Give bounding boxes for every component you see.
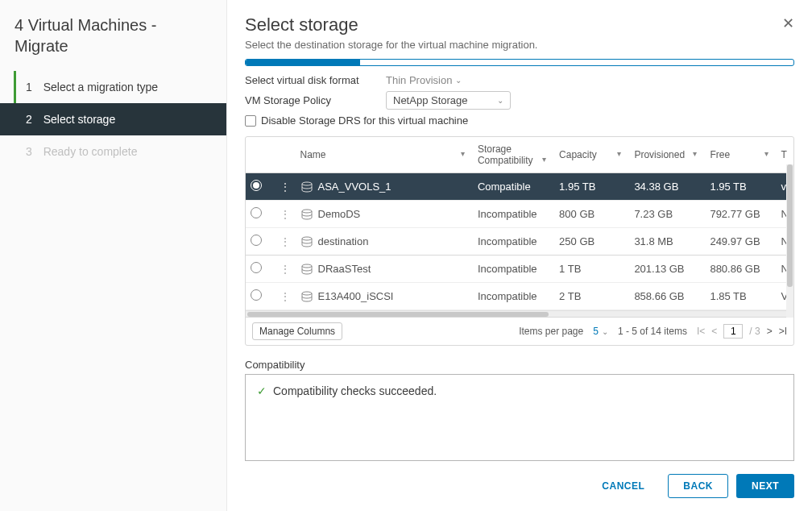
datastore-name: ASA_VVOLS_1 [318, 181, 392, 193]
table-row[interactable]: ⋮DemoDSIncompatible800 GB7.23 GB792.77 G… [246, 201, 793, 228]
prev-page-icon: < [711, 326, 717, 337]
wizard-sidebar: 4 Virtual Machines - Migrate 1 Select a … [0, 0, 227, 511]
step-label: Select a migration type [44, 81, 158, 93]
row-radio[interactable] [251, 207, 262, 218]
row-radio[interactable] [251, 289, 262, 301]
horizontal-scrollbar[interactable] [246, 310, 793, 317]
compatibility-message: Compatibility checks succeeded. [273, 384, 437, 397]
vertical-scrollbar[interactable] [786, 164, 793, 318]
items-per-page-select[interactable]: 5 ⌄ [593, 326, 608, 337]
filter-icon[interactable]: ▾ [693, 149, 697, 158]
items-range: 1 - 5 of 14 items [618, 326, 687, 337]
next-page-icon[interactable]: > [767, 326, 773, 337]
row-radio[interactable] [251, 262, 262, 273]
total-pages: / 3 [749, 326, 760, 337]
page-number-input[interactable] [723, 324, 743, 339]
capacity-cell: 1 TB [554, 256, 629, 283]
table-row[interactable]: ⋮destinationIncompatible250 GB31.8 MB249… [246, 228, 793, 256]
compatibility-cell: Incompatible [473, 283, 554, 310]
disk-format-select[interactable]: Thin Provision ⌄ [386, 74, 462, 86]
column-select [246, 137, 275, 173]
step-num: 2 [26, 113, 32, 126]
column-compatibility[interactable]: Storage Compatibility▾ [473, 137, 554, 173]
datastore-icon [300, 264, 313, 275]
step-label: Ready to complete [44, 145, 138, 158]
datastore-icon [300, 209, 313, 220]
datastore-name: DRaaSTest [318, 263, 371, 275]
provisioned-cell: 34.38 GB [629, 173, 705, 201]
svg-point-1 [302, 210, 312, 213]
cancel-button[interactable]: CANCEL [586, 474, 660, 498]
column-provisioned[interactable]: Provisioned▾ [629, 137, 705, 173]
disable-drs-label: Disable Storage DRS for this virtual mac… [261, 114, 468, 127]
capacity-cell: 800 GB [554, 201, 629, 228]
page-title: Select storage [245, 15, 794, 35]
compatibility-cell: Incompatible [473, 201, 554, 228]
filter-icon[interactable]: ▾ [764, 149, 768, 158]
datastore-table: Name▾ Storage Compatibility▾ Capacity▾ P… [245, 136, 794, 346]
provisioned-cell: 7.23 GB [629, 201, 705, 228]
step-num: 3 [26, 145, 32, 158]
first-page-icon: I< [697, 326, 705, 337]
column-free[interactable]: Free▾ [705, 137, 776, 173]
disable-drs-checkbox[interactable] [245, 115, 256, 127]
chevron-down-icon: ⌄ [497, 96, 503, 105]
drag-handle-icon[interactable]: ⋮ [280, 290, 291, 303]
wizard-steps: 1 Select a migration type 2 Select stora… [0, 71, 226, 168]
free-cell: 1.85 TB [705, 283, 776, 310]
filter-icon[interactable]: ▾ [461, 149, 465, 158]
wizard-content: ✕ Select storage Select the destination … [227, 0, 812, 511]
tab-configure-per-disk[interactable]: CONFIGURE PER DISK [360, 60, 487, 66]
step-select-migration-type[interactable]: 1 Select a migration type [0, 71, 226, 103]
column-capacity[interactable]: Capacity▾ [554, 137, 629, 173]
datastore-name: DemoDS [318, 208, 361, 220]
config-tabs: BATCH CONFIGURE CONFIGURE PER DISK [245, 59, 794, 66]
drag-handle-icon[interactable]: ⋮ [280, 181, 291, 193]
compatibility-cell: Incompatible [473, 256, 554, 283]
row-radio[interactable] [251, 235, 262, 246]
items-per-page-label: Items per page [519, 326, 583, 337]
free-cell: 249.97 GB [705, 228, 776, 256]
page-subtitle: Select the destination storage for the v… [245, 39, 794, 51]
svg-point-2 [302, 237, 312, 240]
svg-point-3 [302, 264, 312, 268]
table-row[interactable]: ⋮E13A400_iSCSIIncompatible2 TB858.66 GB1… [246, 283, 793, 310]
chevron-down-icon: ⌄ [602, 327, 608, 336]
free-cell: 1.95 TB [705, 173, 776, 201]
capacity-cell: 1.95 TB [554, 173, 629, 201]
pagination: I< < / 3 > >I [697, 324, 787, 339]
row-radio[interactable] [251, 180, 262, 191]
back-button[interactable]: BACK [668, 474, 728, 498]
close-icon[interactable]: ✕ [782, 15, 794, 32]
drag-handle-icon[interactable]: ⋮ [280, 235, 291, 248]
wizard-actions: CANCEL BACK NEXT [245, 461, 794, 498]
step-label: Select storage [44, 113, 116, 126]
step-num: 1 [26, 81, 32, 93]
compatibility-panel: ✓ Compatibility checks succeeded. [245, 374, 794, 461]
manage-columns-button[interactable]: Manage Columns [252, 322, 342, 340]
provisioned-cell: 201.13 GB [629, 256, 705, 283]
last-page-icon[interactable]: >I [779, 326, 787, 337]
table-row[interactable]: ⋮ASA_VVOLS_1Compatible1.95 TB34.38 GB1.9… [246, 173, 793, 201]
next-button[interactable]: NEXT [736, 474, 794, 498]
filter-icon[interactable]: ▾ [542, 155, 546, 164]
check-icon: ✓ [257, 384, 267, 397]
column-name[interactable]: Name▾ [296, 137, 473, 173]
table-row[interactable]: ⋮DRaaSTestIncompatible1 TB201.13 GB880.8… [246, 256, 793, 283]
tab-batch-configure[interactable]: BATCH CONFIGURE [246, 60, 360, 66]
datastore-name: destination [318, 235, 369, 247]
filter-icon[interactable]: ▾ [617, 149, 621, 158]
drag-handle-icon[interactable]: ⋮ [280, 263, 291, 276]
step-select-storage[interactable]: 2 Select storage [0, 103, 226, 135]
storage-policy-select[interactable]: NetApp Storage ⌄ [386, 91, 511, 110]
step-ready-to-complete: 3 Ready to complete [0, 135, 226, 168]
provisioned-cell: 31.8 MB [629, 228, 705, 256]
drag-handle-icon[interactable]: ⋮ [280, 208, 291, 221]
compatibility-title: Compatibility [245, 359, 794, 371]
svg-point-4 [302, 292, 312, 295]
wizard-title: 4 Virtual Machines - Migrate [0, 15, 226, 71]
datastore-icon [300, 236, 313, 247]
capacity-cell: 2 TB [554, 283, 629, 310]
storage-policy-label: VM Storage Policy [245, 94, 386, 106]
compatibility-cell: Compatible [473, 173, 554, 201]
